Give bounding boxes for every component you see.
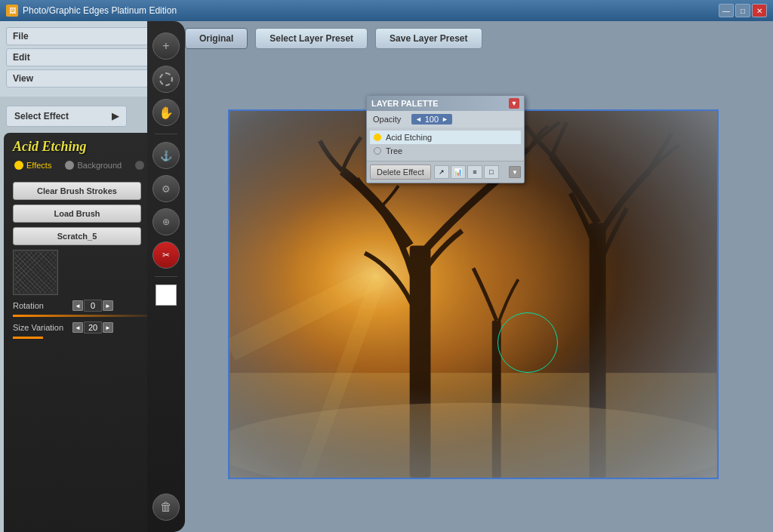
anchor-button[interactable]: ⚓: [152, 142, 180, 169]
opacity-decrease[interactable]: ◄: [414, 115, 423, 123]
rotation-decrease[interactable]: ◄: [72, 300, 83, 311]
rotation-stepper: ◄ 0 ►: [72, 300, 113, 312]
transform-button[interactable]: ⊕: [152, 208, 180, 235]
hand-icon: ✋: [159, 106, 174, 120]
size-variation-stepper: ◄ 20 ►: [72, 321, 113, 334]
selection-button[interactable]: [152, 66, 180, 93]
layer-dot-active: [374, 134, 381, 141]
save-layer-preset-button[interactable]: Save Layer Preset: [375, 28, 482, 49]
brush-preview: [13, 250, 58, 295]
menu-area: File ▶ Edit ▶ View ▶: [0, 21, 172, 97]
settings-button[interactable]: ⚙: [152, 175, 180, 202]
opacity-label: Opacity: [373, 115, 407, 124]
layer-palette-title-text: LAYER PALETTE: [371, 99, 439, 108]
layer-item-tree[interactable]: Tree: [370, 144, 521, 158]
toolbar-spacer: 🗑: [152, 403, 180, 521]
zoom-in-icon: +: [162, 39, 169, 53]
mood-tab-icon: [135, 161, 144, 170]
layer-dot-empty: [374, 147, 381, 155]
opacity-stepper: ◄ 100 ►: [411, 114, 452, 125]
maximize-button[interactable]: □: [735, 4, 750, 17]
select-layer-preset-button[interactable]: Select Layer Preset: [255, 28, 368, 49]
layer-item-acid-etching[interactable]: Acid Etching: [370, 131, 521, 144]
top-toolbar: Original Select Layer Preset Save Layer …: [174, 21, 773, 56]
palette-scroll-down[interactable]: ▼: [509, 166, 521, 178]
opacity-value: 100: [424, 115, 439, 124]
edit-menu-label: Edit: [13, 52, 30, 63]
tab-background[interactable]: Background: [62, 159, 125, 171]
white-square-button[interactable]: [156, 284, 177, 306]
size-variation-value: 20: [84, 321, 102, 334]
palette-tool-3[interactable]: ≡: [467, 165, 482, 179]
brush-texture: [15, 252, 56, 293]
minimize-button[interactable]: —: [719, 4, 734, 17]
background-tab-label: Background: [77, 161, 122, 170]
layer-name-tree: Tree: [386, 146, 402, 155]
file-menu-label: File: [13, 31, 29, 42]
rotation-increase[interactable]: ►: [103, 300, 113, 311]
left-sidebar: File ▶ Edit ▶ View ▶ Select Effect ▶ Aci…: [0, 21, 174, 532]
window-title: Photo/Graphic Edges Platinum Edition: [23, 5, 177, 16]
palette-tool-1[interactable]: ↗: [434, 165, 449, 179]
trash-button[interactable]: 🗑: [152, 494, 180, 521]
size-variation-row: Size Variation ◄ 20 ►: [13, 321, 163, 334]
layer-list: Acid Etching Tree: [367, 128, 524, 161]
clear-brush-button[interactable]: Clear Brush Strokes: [13, 182, 141, 200]
file-menu[interactable]: File ▶: [6, 27, 166, 45]
zoom-in-button[interactable]: +: [152, 32, 180, 60]
select-effect-label: Select Effect: [14, 111, 69, 121]
load-brush-button[interactable]: Load Brush: [13, 204, 141, 223]
rotation-value: 0: [84, 300, 102, 312]
select-effect-area: Select Effect ▶: [0, 100, 172, 133]
rotation-label: Rotation: [13, 301, 69, 310]
toolbar-separator-2: [155, 276, 177, 277]
toolbar-separator: [155, 134, 177, 134]
transform-icon: ⊕: [162, 217, 170, 227]
palette-tool-2[interactable]: 📊: [451, 165, 466, 179]
anchor-icon: ⚓: [160, 150, 172, 161]
selection-icon: [159, 72, 173, 86]
edit-menu[interactable]: Edit ▶: [6, 48, 166, 66]
title-controls: — □ ✕: [719, 4, 767, 17]
layer-palette-title: LAYER PALETTE ▼: [367, 96, 524, 111]
layer-palette: LAYER PALETTE ▼ Opacity ◄ 100 ► Acid Etc…: [366, 95, 525, 183]
close-button[interactable]: ✕: [752, 4, 767, 17]
right-area: Original Select Layer Preset Save Layer …: [174, 21, 773, 532]
original-button[interactable]: Original: [185, 28, 248, 49]
effects-tab-label: Effects: [26, 161, 51, 170]
view-menu[interactable]: View ▶: [6, 69, 166, 88]
size-variation-increase[interactable]: ►: [103, 322, 113, 333]
palette-tools: ↗ 📊 ≡ □: [434, 165, 499, 179]
opacity-row: Opacity ◄ 100 ►: [367, 111, 524, 128]
settings-icon: ⚙: [162, 183, 171, 195]
dark-toolbar: + ✋ ⚓ ⚙ ⊕ ✂ �: [147, 21, 185, 532]
size-variation-decrease[interactable]: ◄: [72, 322, 83, 333]
select-effect-arrow: ▶: [112, 111, 119, 121]
title-bar: 🖼 Photo/Graphic Edges Platinum Edition —…: [0, 0, 773, 21]
opacity-increase[interactable]: ►: [440, 115, 450, 123]
canvas-area: LAYER PALETTE ▼ Opacity ◄ 100 ► Acid Etc…: [174, 56, 773, 532]
layer-palette-footer: Delete Effect ↗ 📊 ≡ □ ▼: [367, 161, 524, 183]
effects-tab-icon: [14, 161, 23, 170]
delete-effect-button[interactable]: Delete Effect: [370, 165, 431, 180]
hand-tool-button[interactable]: ✋: [152, 99, 180, 126]
size-variation-slider: [13, 337, 163, 339]
layer-palette-close-button[interactable]: ▼: [509, 98, 519, 109]
app-icon: 🖼: [6, 5, 18, 17]
rotation-row: Rotation ◄ 0 ►: [13, 300, 163, 312]
layer-name-acid: Acid Etching: [386, 133, 432, 142]
view-menu-label: View: [13, 73, 33, 84]
main-container: File ▶ Edit ▶ View ▶ Select Effect ▶ Aci…: [0, 21, 773, 532]
select-effect-button[interactable]: Select Effect ▶: [6, 106, 127, 127]
palette-tool-4[interactable]: □: [484, 165, 499, 179]
brush-name-display: Scratch_5: [13, 227, 141, 245]
title-bar-left: 🖼 Photo/Graphic Edges Platinum Edition: [6, 5, 177, 17]
trash-icon: 🗑: [160, 500, 172, 514]
rotation-slider: [13, 315, 163, 317]
size-variation-label: Size Variation: [13, 323, 69, 332]
tab-effects[interactable]: Effects: [11, 159, 54, 171]
paint-icon: ✂: [162, 250, 170, 260]
paint-button[interactable]: ✂: [152, 241, 180, 269]
background-tab-icon: [65, 161, 74, 170]
